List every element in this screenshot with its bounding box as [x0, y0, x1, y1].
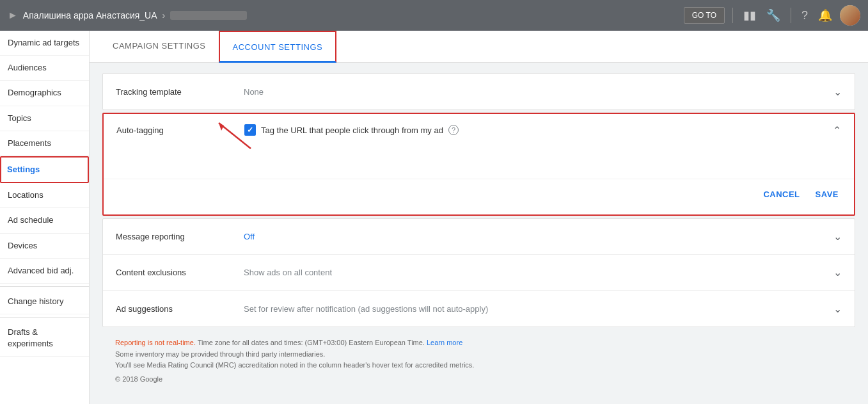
auto-tagging-checkbox-wrapper: Tag the URL that people click through fr…: [244, 124, 459, 136]
message-reporting-value: Off: [244, 232, 833, 241]
settings-content: Tracking template None ⌄ Auto-tagging Ta…: [90, 63, 868, 404]
tracking-template-label: Tracking template: [116, 87, 244, 97]
wrench-icon[interactable]: 🔧: [764, 6, 783, 25]
content-exclusions-row: Content exclusions Show ads on all conte…: [103, 255, 855, 291]
auto-tagging-card: Auto-tagging Tag the URL that people cli…: [102, 113, 855, 216]
sidebar-item-placements[interactable]: Placements: [0, 131, 89, 156]
ad-suggestions-row: Ad suggestions Set for review after noti…: [103, 291, 855, 327]
auto-tagging-collapse-icon[interactable]: ⌃: [833, 124, 841, 136]
sidebar-item-topics[interactable]: Topics: [0, 106, 89, 131]
sidebar: Dynamic ad targets Audiences Demographic…: [0, 31, 90, 404]
sidebar-item-devices[interactable]: Devices: [0, 234, 89, 259]
auto-tagging-content: Tag the URL that people click through fr…: [244, 124, 833, 136]
footer-info: Reporting is not real-time. Time zone fo…: [102, 330, 855, 392]
sidebar-item-audiences[interactable]: Audiences: [0, 56, 89, 81]
not-realtime-text: Reporting is not real-time.: [115, 339, 196, 346]
nav-divider: [732, 8, 733, 23]
nav-divider2: [791, 8, 791, 23]
sidebar-divider2: [0, 317, 89, 318]
sidebar-divider: [0, 286, 89, 287]
blurred-url: [170, 11, 247, 20]
tab-account-settings[interactable]: ACCOUNT SETTINGS: [219, 31, 337, 63]
message-reporting-row: Message reporting Off ⌄: [103, 219, 855, 255]
ad-suggestions-expand-icon[interactable]: ⌄: [833, 303, 842, 315]
content-exclusions-value: Show ads on all content: [244, 268, 833, 277]
footer-copyright: © 2018 Google: [115, 374, 842, 385]
content-exclusions-label: Content exclusions: [116, 268, 244, 277]
tab-campaign-settings[interactable]: CAMPAIGN SETTINGS: [100, 31, 219, 63]
auto-tagging-help-icon[interactable]: ?: [448, 125, 459, 135]
avatar[interactable]: [840, 5, 860, 26]
top-navigation: ► Апалишина арра Анастасия_UA › GO TO ▮▮…: [0, 0, 868, 31]
sidebar-item-locations[interactable]: Locations: [0, 183, 89, 208]
red-arrow-svg: [212, 118, 264, 150]
goto-button[interactable]: GO TO: [684, 7, 725, 24]
timezone-text: Time zone for all dates and times: (GMT+…: [198, 339, 425, 346]
sidebar-item-dynamic-ad-targets[interactable]: Dynamic ad targets: [0, 31, 89, 56]
tracking-template-card: Tracking template None ⌄: [102, 73, 855, 110]
question-icon[interactable]: ?: [799, 6, 810, 25]
tracking-template-row: Tracking template None ⌄: [103, 74, 855, 109]
save-button[interactable]: SAVE: [813, 184, 841, 204]
tabs-bar: CAMPAIGN SETTINGS ACCOUNT SETTINGS: [90, 31, 868, 63]
nav-right: GO TO ▮▮ 🔧 ? 🔔: [684, 5, 860, 26]
message-reporting-label: Message reporting: [116, 232, 244, 241]
footer-line3: You'll see Media Rating Council (MRC) ac…: [115, 360, 842, 371]
footer-line1: Reporting is not real-time. Time zone fo…: [115, 337, 842, 349]
sidebar-item-drafts-experiments[interactable]: Drafts & experiments: [0, 320, 89, 357]
auto-tagging-checkbox-label: Tag the URL that people click through fr…: [261, 125, 443, 135]
main-layout: Dynamic ad targets Audiences Demographic…: [0, 31, 868, 404]
sidebar-item-advanced-bid-adj[interactable]: Advanced bid adj.: [0, 259, 89, 284]
nav-left: ► Апалишина арра Анастасия_UA ›: [8, 10, 684, 21]
sidebar-item-settings[interactable]: Settings: [0, 156, 89, 183]
nav-chevron-icon: ›: [162, 10, 166, 20]
sidebar-item-demographics[interactable]: Demographics: [0, 81, 89, 106]
bell-icon[interactable]: 🔔: [816, 6, 835, 25]
bar-chart-icon[interactable]: ▮▮: [741, 6, 759, 25]
content-area: CAMPAIGN SETTINGS ACCOUNT SETTINGS Track…: [90, 31, 868, 404]
cancel-button[interactable]: CANCEL: [761, 184, 802, 204]
sidebar-item-change-history[interactable]: Change history: [0, 289, 89, 314]
message-reporting-expand-icon[interactable]: ⌄: [833, 230, 842, 243]
tracking-template-expand-icon[interactable]: ⌄: [833, 86, 842, 98]
footer-line2: Some inventory may be provided through t…: [115, 349, 842, 360]
learn-more-link[interactable]: Learn more: [427, 339, 462, 346]
ad-suggestions-label: Ad suggestions: [116, 304, 244, 314]
avatar-image: [840, 5, 860, 26]
svg-line-0: [219, 123, 251, 149]
arrow-area: [104, 147, 854, 179]
nav-back-arrow[interactable]: ►: [8, 10, 18, 21]
sidebar-item-ad-schedule[interactable]: Ad schedule: [0, 208, 89, 233]
content-exclusions-expand-icon[interactable]: ⌄: [833, 266, 842, 279]
ad-suggestions-value: Set for review after notification (ad su…: [244, 304, 833, 314]
tracking-template-value: None: [244, 87, 833, 97]
action-buttons: CANCEL SAVE: [104, 179, 854, 214]
other-settings-card: Message reporting Off ⌄ Content exclusio…: [102, 218, 855, 327]
account-name: Апалишина арра Анастасия_UA: [23, 10, 157, 20]
